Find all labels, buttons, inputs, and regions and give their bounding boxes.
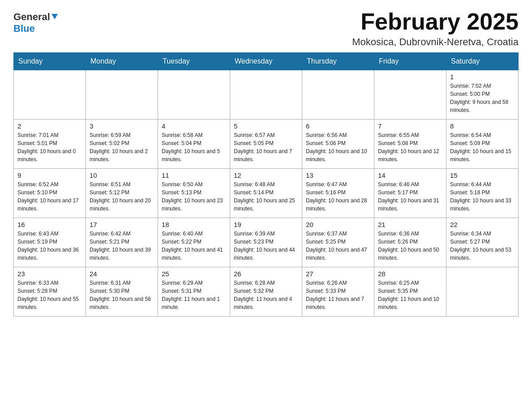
calendar-header-day-saturday: Saturday bbox=[446, 53, 519, 70]
calendar-cell-1-1: 3Sunrise: 6:59 AM Sunset: 5:02 PM Daylig… bbox=[86, 120, 158, 169]
day-number: 15 bbox=[450, 171, 515, 179]
page-title: February 2025 bbox=[352, 9, 519, 34]
logo-blue-text: Blue bbox=[13, 23, 35, 34]
calendar-cell-1-2: 4Sunrise: 6:58 AM Sunset: 5:04 PM Daylig… bbox=[158, 120, 230, 169]
day-number: 5 bbox=[234, 122, 298, 130]
day-number: 20 bbox=[306, 221, 370, 228]
day-info: Sunrise: 6:29 AM Sunset: 5:31 PM Dayligh… bbox=[162, 279, 226, 311]
day-number: 1 bbox=[450, 73, 515, 81]
calendar-cell-4-4: 27Sunrise: 6:26 AM Sunset: 5:33 PM Dayli… bbox=[302, 267, 374, 317]
calendar-cell-2-1: 10Sunrise: 6:51 AM Sunset: 5:12 PM Dayli… bbox=[86, 169, 158, 218]
calendar-cell-4-5: 28Sunrise: 6:25 AM Sunset: 5:35 PM Dayli… bbox=[374, 267, 446, 317]
day-number: 11 bbox=[162, 171, 226, 179]
calendar-cell-2-3: 12Sunrise: 6:48 AM Sunset: 5:14 PM Dayli… bbox=[230, 169, 302, 218]
day-number: 7 bbox=[378, 122, 442, 130]
calendar-cell-3-1: 17Sunrise: 6:42 AM Sunset: 5:21 PM Dayli… bbox=[86, 218, 158, 267]
svg-marker-0 bbox=[51, 14, 58, 19]
day-info: Sunrise: 6:54 AM Sunset: 5:09 PM Dayligh… bbox=[450, 131, 515, 163]
day-info: Sunrise: 6:25 AM Sunset: 5:35 PM Dayligh… bbox=[378, 279, 442, 311]
calendar-header: SundayMondayTuesdayWednesdayThursdayFrid… bbox=[14, 53, 519, 70]
calendar-week-row-4: 23Sunrise: 6:33 AM Sunset: 5:28 PM Dayli… bbox=[14, 267, 519, 317]
day-number: 18 bbox=[162, 221, 226, 228]
day-info: Sunrise: 6:50 AM Sunset: 5:13 PM Dayligh… bbox=[162, 180, 226, 213]
calendar-header-day-wednesday: Wednesday bbox=[230, 53, 302, 70]
day-info: Sunrise: 6:43 AM Sunset: 5:19 PM Dayligh… bbox=[17, 230, 82, 262]
day-number: 21 bbox=[378, 221, 442, 228]
calendar-header-day-monday: Monday bbox=[86, 53, 158, 70]
day-number: 4 bbox=[162, 122, 226, 130]
day-number: 9 bbox=[17, 171, 82, 179]
day-number: 24 bbox=[90, 270, 154, 278]
calendar-cell-0-1 bbox=[86, 70, 158, 120]
day-info: Sunrise: 6:28 AM Sunset: 5:32 PM Dayligh… bbox=[234, 279, 298, 311]
page-header: General Blue February 2025 Mokosica, Dub… bbox=[13, 9, 519, 48]
day-info: Sunrise: 6:47 AM Sunset: 5:16 PM Dayligh… bbox=[306, 180, 370, 213]
day-number: 17 bbox=[90, 221, 154, 228]
calendar-cell-3-0: 16Sunrise: 6:43 AM Sunset: 5:19 PM Dayli… bbox=[14, 218, 86, 267]
day-number: 19 bbox=[234, 221, 298, 228]
day-number: 8 bbox=[450, 122, 515, 130]
day-info: Sunrise: 6:37 AM Sunset: 5:25 PM Dayligh… bbox=[306, 230, 370, 262]
calendar-body: 1Sunrise: 7:02 AM Sunset: 5:00 PM Daylig… bbox=[14, 70, 519, 317]
day-info: Sunrise: 6:42 AM Sunset: 5:21 PM Dayligh… bbox=[90, 230, 154, 262]
calendar-cell-0-0 bbox=[14, 70, 86, 120]
calendar-cell-0-3 bbox=[230, 70, 302, 120]
page-subtitle: Mokosica, Dubrovnik-Neretva, Croatia bbox=[352, 36, 519, 48]
calendar-header-day-friday: Friday bbox=[374, 53, 446, 70]
day-number: 14 bbox=[378, 171, 442, 179]
logo: General Blue bbox=[13, 9, 59, 34]
calendar-header-row: SundayMondayTuesdayWednesdayThursdayFrid… bbox=[14, 53, 519, 70]
day-number: 6 bbox=[306, 122, 370, 130]
calendar-cell-2-0: 9Sunrise: 6:52 AM Sunset: 5:10 PM Daylig… bbox=[14, 169, 86, 218]
day-number: 22 bbox=[450, 221, 515, 228]
day-number: 2 bbox=[17, 122, 82, 130]
calendar-week-row-0: 1Sunrise: 7:02 AM Sunset: 5:00 PM Daylig… bbox=[14, 70, 519, 120]
logo-triangle-icon bbox=[51, 11, 59, 23]
day-info: Sunrise: 6:33 AM Sunset: 5:28 PM Dayligh… bbox=[17, 279, 82, 311]
calendar-cell-4-0: 23Sunrise: 6:33 AM Sunset: 5:28 PM Dayli… bbox=[14, 267, 86, 317]
day-number: 28 bbox=[378, 270, 442, 278]
calendar-cell-0-4 bbox=[302, 70, 374, 120]
day-number: 27 bbox=[306, 270, 370, 278]
calendar-cell-4-2: 25Sunrise: 6:29 AM Sunset: 5:31 PM Dayli… bbox=[158, 267, 230, 317]
day-info: Sunrise: 6:59 AM Sunset: 5:02 PM Dayligh… bbox=[90, 131, 154, 163]
day-info: Sunrise: 6:48 AM Sunset: 5:14 PM Dayligh… bbox=[234, 180, 298, 213]
day-info: Sunrise: 6:52 AM Sunset: 5:10 PM Dayligh… bbox=[17, 180, 82, 213]
day-info: Sunrise: 6:58 AM Sunset: 5:04 PM Dayligh… bbox=[162, 131, 226, 163]
calendar-header-day-sunday: Sunday bbox=[14, 53, 86, 70]
day-number: 13 bbox=[306, 171, 370, 179]
calendar-cell-2-4: 13Sunrise: 6:47 AM Sunset: 5:16 PM Dayli… bbox=[302, 169, 374, 218]
day-info: Sunrise: 6:46 AM Sunset: 5:17 PM Dayligh… bbox=[378, 180, 442, 213]
calendar-header-day-tuesday: Tuesday bbox=[158, 53, 230, 70]
day-info: Sunrise: 6:56 AM Sunset: 5:06 PM Dayligh… bbox=[306, 131, 370, 163]
calendar-cell-1-6: 8Sunrise: 6:54 AM Sunset: 5:09 PM Daylig… bbox=[446, 120, 519, 169]
calendar-cell-0-2 bbox=[158, 70, 230, 120]
day-info: Sunrise: 6:51 AM Sunset: 5:12 PM Dayligh… bbox=[90, 180, 154, 213]
day-info: Sunrise: 6:31 AM Sunset: 5:30 PM Dayligh… bbox=[90, 279, 154, 311]
day-number: 16 bbox=[17, 221, 82, 228]
calendar-cell-0-6: 1Sunrise: 7:02 AM Sunset: 5:00 PM Daylig… bbox=[446, 70, 519, 120]
calendar-cell-4-6 bbox=[446, 267, 519, 317]
day-info: Sunrise: 7:01 AM Sunset: 5:01 PM Dayligh… bbox=[17, 131, 82, 163]
day-number: 12 bbox=[234, 171, 298, 179]
calendar-cell-2-6: 15Sunrise: 6:44 AM Sunset: 5:18 PM Dayli… bbox=[446, 169, 519, 218]
calendar-table: SundayMondayTuesdayWednesdayThursdayFrid… bbox=[13, 52, 519, 317]
calendar-header-day-thursday: Thursday bbox=[302, 53, 374, 70]
calendar-cell-1-4: 6Sunrise: 6:56 AM Sunset: 5:06 PM Daylig… bbox=[302, 120, 374, 169]
calendar-cell-3-2: 18Sunrise: 6:40 AM Sunset: 5:22 PM Dayli… bbox=[158, 218, 230, 267]
day-number: 26 bbox=[234, 270, 298, 278]
calendar-cell-1-3: 5Sunrise: 6:57 AM Sunset: 5:05 PM Daylig… bbox=[230, 120, 302, 169]
calendar-week-row-1: 2Sunrise: 7:01 AM Sunset: 5:01 PM Daylig… bbox=[14, 120, 519, 169]
day-info: Sunrise: 6:39 AM Sunset: 5:23 PM Dayligh… bbox=[234, 230, 298, 262]
calendar-cell-4-1: 24Sunrise: 6:31 AM Sunset: 5:30 PM Dayli… bbox=[86, 267, 158, 317]
day-info: Sunrise: 7:02 AM Sunset: 5:00 PM Dayligh… bbox=[450, 82, 515, 114]
day-info: Sunrise: 6:44 AM Sunset: 5:18 PM Dayligh… bbox=[450, 180, 515, 213]
calendar-cell-0-5 bbox=[374, 70, 446, 120]
title-block: February 2025 Mokosica, Dubrovnik-Neretv… bbox=[352, 9, 519, 48]
day-number: 10 bbox=[90, 171, 154, 179]
calendar-week-row-2: 9Sunrise: 6:52 AM Sunset: 5:10 PM Daylig… bbox=[14, 169, 519, 218]
day-info: Sunrise: 6:26 AM Sunset: 5:33 PM Dayligh… bbox=[306, 279, 370, 311]
day-info: Sunrise: 6:57 AM Sunset: 5:05 PM Dayligh… bbox=[234, 131, 298, 163]
day-info: Sunrise: 6:40 AM Sunset: 5:22 PM Dayligh… bbox=[162, 230, 226, 262]
calendar-cell-3-6: 22Sunrise: 6:34 AM Sunset: 5:27 PM Dayli… bbox=[446, 218, 519, 267]
